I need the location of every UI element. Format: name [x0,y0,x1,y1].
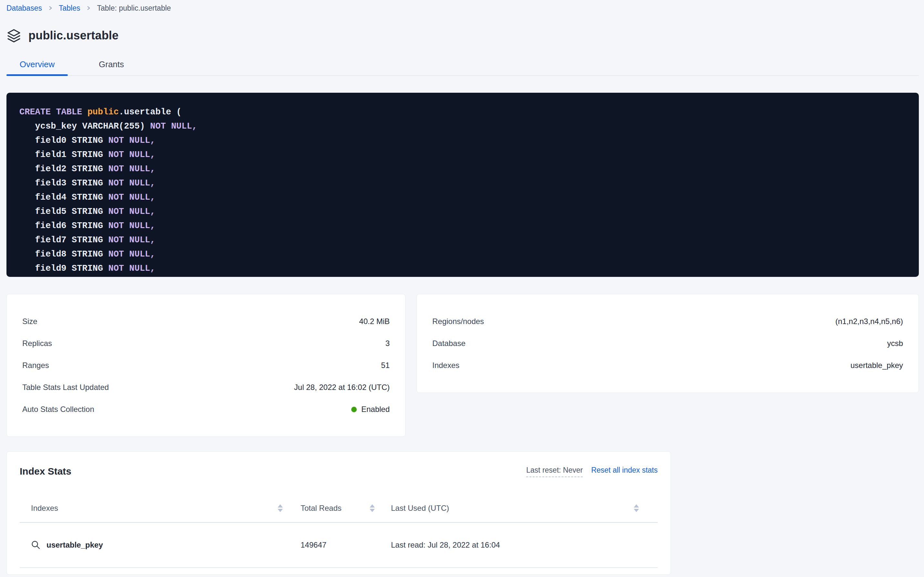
stat-row-size: Size 40.2 MiB [22,311,390,332]
column-label: Last Used (UTC) [391,504,449,513]
table-details-page: Databases Tables Table: public.usertable… [0,0,924,577]
total-reads-cell: 149647 [289,523,375,567]
stat-label: Size [22,317,37,326]
stat-label: Replicas [22,339,52,348]
stat-label: Auto Stats Collection [22,405,94,414]
index-stats-table: Indexes Total Reads Last Used (UTC) [20,494,658,568]
stat-row-stats-updated: Table Stats Last Updated Jul 28, 2022 at… [22,376,390,398]
chevron-right-icon [48,5,53,11]
stat-value: (n1,n2,n3,n4,n5,n6) [836,317,903,326]
stat-value: ycsb [887,339,903,348]
status-dot-icon [351,407,357,412]
table-location-card: Regions/nodes (n1,n2,n3,n4,n5,n6) Databa… [416,294,919,393]
page-title: public.usertable [29,29,119,42]
stat-value: 51 [381,361,390,370]
table-row: usertable_pkey 149647 Last read: Jul 28,… [20,523,658,568]
stat-row-ranges: Ranges 51 [22,355,390,376]
stat-label: Ranges [22,361,49,370]
index-stats-title: Index Stats [20,466,71,477]
breadcrumb-link-tables[interactable]: Tables [59,4,80,13]
index-stats-header: Index Stats Last reset: Never Reset all … [20,466,658,480]
index-stats-actions: Last reset: Never Reset all index stats [526,466,658,477]
stat-row-auto-stats: Auto Stats Collection Enabled [22,398,390,420]
sort-icon [634,504,639,512]
stat-value: usertable_pkey [850,361,903,370]
index-name-link[interactable]: usertable_pkey [47,540,103,550]
tab-grants[interactable]: Grants [99,60,124,75]
sql-create-statement: CREATE TABLE public.usertable ( ycsb_key… [6,93,919,277]
stat-label: Database [432,339,466,348]
reset-index-stats-link[interactable]: Reset all index stats [591,466,658,475]
table-header-row: Indexes Total Reads Last Used (UTC) [20,494,658,523]
last-used-cell: Last read: Jul 28, 2022 at 16:04 [375,523,658,567]
column-header-indexes[interactable]: Indexes [20,494,289,522]
stat-label: Table Stats Last Updated [22,383,109,392]
chevron-right-icon [86,5,91,11]
stat-value: 3 [386,339,390,348]
tab-overview[interactable]: Overview [6,60,68,75]
stat-label: Indexes [432,361,460,370]
stat-value: Enabled [361,405,390,414]
stat-row-indexes: Indexes usertable_pkey [432,355,903,376]
column-header-last-used[interactable]: Last Used (UTC) [375,494,658,522]
last-reset-label: Last reset: Never [526,466,583,477]
search-icon [31,540,41,550]
tab-bar: Overview Grants [6,60,919,76]
breadcrumb: Databases Tables Table: public.usertable [6,3,919,13]
column-label: Indexes [31,504,58,513]
stat-row-database: Database ycsb [432,332,903,355]
page-header: public.usertable [6,27,919,44]
stat-row-replicas: Replicas 3 [22,332,390,355]
stat-value: Jul 28, 2022 at 16:02 (UTC) [294,383,390,392]
breadcrumb-current: Table: public.usertable [97,4,171,13]
stat-label: Regions/nodes [432,317,484,326]
index-stats-card: Index Stats Last reset: Never Reset all … [6,451,671,575]
stat-row-regions: Regions/nodes (n1,n2,n3,n4,n5,n6) [432,311,903,332]
stat-value: 40.2 MiB [359,317,390,326]
sort-icon [370,504,375,512]
overview-cards: Size 40.2 MiB Replicas 3 Ranges 51 Table… [6,294,919,437]
column-label: Total Reads [301,504,342,513]
table-stats-card: Size 40.2 MiB Replicas 3 Ranges 51 Table… [6,294,405,437]
index-name-cell: usertable_pkey [20,523,289,567]
breadcrumb-link-databases[interactable]: Databases [6,4,42,13]
status-badge: Enabled [351,405,390,414]
layers-stack-icon [6,28,21,43]
column-header-total-reads[interactable]: Total Reads [289,494,375,522]
sort-icon [278,504,283,512]
